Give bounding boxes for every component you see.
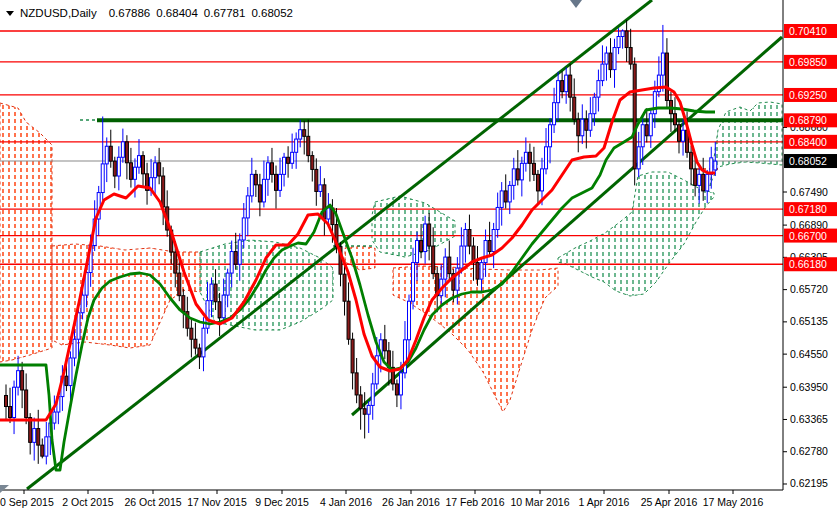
- candle-body: [262, 179, 265, 202]
- candle-body: [13, 387, 16, 417]
- candle-body: [315, 169, 318, 191]
- candle-body: [629, 48, 632, 65]
- candle-body: [222, 295, 225, 318]
- candle-body: [17, 371, 20, 388]
- candle-body: [633, 64, 636, 169]
- date-tick-label: 17 Nov 2015: [187, 496, 247, 508]
- candle-body: [190, 328, 193, 339]
- candle-body: [25, 390, 28, 418]
- candle-body: [226, 273, 229, 295]
- candle-body: [504, 191, 507, 202]
- candle-body: [641, 125, 644, 147]
- candle-body: [279, 174, 282, 190]
- price-tag-text: 0.68052: [789, 155, 827, 167]
- level-price-tag: 0.68790: [784, 113, 837, 127]
- candle-body: [37, 429, 40, 446]
- candle-body: [420, 241, 423, 252]
- candle-body: [133, 167, 136, 179]
- candle-body: [532, 163, 535, 174]
- date-tick-label: 10 Mar 2016: [511, 496, 570, 508]
- candle-body: [359, 395, 362, 409]
- candle-body: [553, 103, 556, 125]
- candle-body: [649, 114, 652, 136]
- candle-body: [154, 163, 157, 178]
- candle-body: [412, 263, 415, 302]
- candle-body: [287, 157, 290, 163]
- candle-body: [448, 257, 451, 274]
- candle-body: [496, 207, 499, 229]
- price-tick-label: 0.62195: [790, 477, 828, 489]
- price-tag-text: 0.67180: [789, 203, 827, 215]
- candle-body: [500, 191, 503, 208]
- candle-body: [569, 75, 572, 97]
- candle-body: [484, 241, 487, 263]
- price-tick-label: 0.67490: [790, 186, 828, 198]
- level-price-tag: 0.69250: [784, 88, 837, 102]
- candle-body: [468, 230, 471, 247]
- candle-body: [565, 75, 568, 92]
- candle-body: [536, 174, 539, 191]
- candle-body: [295, 139, 298, 152]
- candle-body: [625, 31, 628, 48]
- candle-body: [508, 185, 511, 202]
- candle-body: [194, 339, 197, 348]
- chart-canvas[interactable]: 0.686600.674900.668900.663050.657200.651…: [0, 0, 840, 512]
- candle-body: [65, 376, 68, 385]
- level-price-tag: 0.66180: [784, 257, 837, 271]
- candle-body: [678, 125, 681, 142]
- candle-body: [621, 31, 624, 37]
- candle-body: [645, 125, 648, 136]
- candle-body: [605, 53, 608, 64]
- candle-body: [198, 348, 201, 357]
- candle-body: [142, 156, 145, 174]
- candle-body: [125, 142, 128, 163]
- candle-body: [246, 196, 249, 218]
- date-tick-label: 9 Dec 2015: [255, 496, 309, 508]
- date-tick-label: 1 Apr 2016: [579, 496, 630, 508]
- candle-body: [577, 119, 580, 136]
- candle-body: [444, 257, 447, 279]
- candle-body: [275, 174, 278, 190]
- candle-body: [403, 340, 406, 373]
- chart-window: NZDUSD,Daily 0.67886 0.68404 0.67781 0.6…: [0, 0, 840, 512]
- candle-body: [589, 114, 592, 131]
- candle-body: [492, 230, 495, 252]
- symbol-dropdown-icon[interactable]: [6, 11, 14, 16]
- candle-body: [202, 328, 205, 357]
- price-tick-label: 0.62780: [790, 445, 828, 457]
- candle-body: [254, 174, 257, 184]
- candle-body: [363, 409, 366, 415]
- price-tick-label: 0.64550: [790, 348, 828, 360]
- price-tick-label: 0.65135: [790, 315, 828, 327]
- candle-body: [432, 246, 435, 274]
- candle-body: [307, 136, 310, 155]
- candle-body: [428, 224, 431, 246]
- candle-body: [545, 147, 548, 169]
- candle-body: [109, 146, 112, 161]
- candle-body: [540, 169, 543, 191]
- candle-body: [581, 119, 584, 136]
- date-tick-label: 26 Oct 2015: [124, 496, 181, 508]
- candle-body: [399, 373, 402, 395]
- candle-body: [9, 407, 12, 418]
- candle-body: [21, 371, 24, 390]
- candle-body: [178, 273, 181, 296]
- candle-body: [416, 241, 419, 263]
- candle-body: [408, 301, 411, 340]
- candle-body: [597, 81, 600, 98]
- candle-body: [512, 169, 515, 186]
- candle-body: [424, 224, 427, 252]
- candle-body: [367, 405, 370, 414]
- candle-body: [609, 53, 612, 70]
- candle-body: [5, 395, 8, 406]
- candle-body: [158, 163, 161, 176]
- ohlc-low: 0.67781: [204, 7, 246, 19]
- candle-body: [520, 163, 523, 180]
- candle-body: [323, 185, 326, 219]
- candle-body: [319, 185, 322, 192]
- candle-body: [665, 53, 668, 100]
- candle-body: [137, 156, 140, 168]
- candle-body: [585, 119, 588, 130]
- candle-body: [682, 130, 685, 141]
- candle-body: [714, 161, 717, 170]
